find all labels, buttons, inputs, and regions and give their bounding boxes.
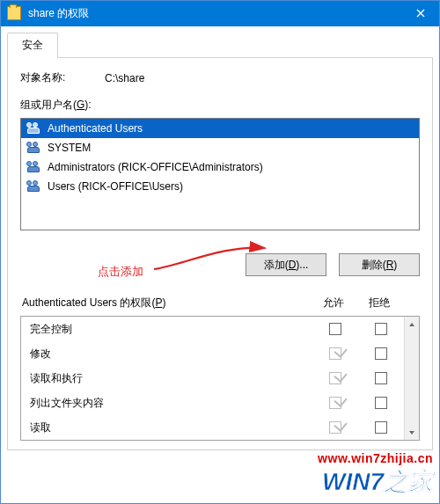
permission-row: 修改 xyxy=(21,341,404,366)
tab-strip: 安全 xyxy=(7,32,433,58)
tab-pane-security: 对象名称: C:\share 组或用户名(G): Authenticated U… xyxy=(7,58,433,450)
remove-button-pre: 删除( xyxy=(362,259,386,271)
list-item[interactable]: SYSTEM xyxy=(21,138,419,157)
list-item[interactable]: Authenticated Users xyxy=(21,119,419,138)
perm-title-post: ) xyxy=(162,296,165,309)
watermark-logo: WIN7之家 xyxy=(318,465,433,499)
object-name-label: 对象名称: xyxy=(20,70,105,85)
users-icon xyxy=(26,142,42,154)
allow-checkbox[interactable] xyxy=(329,372,341,384)
watermark: www.win7zhijia.cn WIN7之家 xyxy=(318,451,433,499)
permissions-scrollbar[interactable] xyxy=(404,317,419,440)
permission-row: 列出文件夹内容 xyxy=(21,391,404,415)
list-item-label: Administrators (RICK-OFFICE\Administrato… xyxy=(48,161,263,173)
permission-name: 列出文件夹内容 xyxy=(30,396,312,411)
scroll-down-button[interactable] xyxy=(405,425,419,440)
deny-checkbox[interactable] xyxy=(375,347,387,360)
add-button-post: )... xyxy=(296,259,308,271)
add-button-pre: 添加( xyxy=(264,259,289,271)
object-name-row: 对象名称: C:\share xyxy=(20,70,420,85)
chevron-down-icon xyxy=(408,429,415,436)
deny-checkbox[interactable] xyxy=(375,323,387,335)
scroll-track[interactable] xyxy=(405,332,419,425)
permission-row: 读取 xyxy=(21,415,404,440)
groups-listbox[interactable]: Authenticated UsersSYSTEMAdministrators … xyxy=(20,118,420,230)
object-name-value: C:\share xyxy=(105,72,144,84)
deny-checkbox[interactable] xyxy=(375,397,387,409)
list-item[interactable]: Administrators (RICK-OFFICE\Administrato… xyxy=(21,157,419,177)
permissions-list: 完全控制修改读取和执行列出文件夹内容读取 xyxy=(21,317,404,440)
allow-checkbox[interactable] xyxy=(329,421,341,434)
list-item-label: SYSTEM xyxy=(48,142,91,154)
list-item-label: Authenticated Users xyxy=(48,122,143,135)
groups-label-pre: 组或用户名( xyxy=(20,99,77,111)
chevron-up-icon xyxy=(408,321,415,328)
permissions-header: Authenticated Users 的权限(P) 允许 拒绝 xyxy=(22,296,418,310)
window-title: share 的权限 xyxy=(28,6,401,21)
permissions-box: 完全控制修改读取和执行列出文件夹内容读取 xyxy=(20,316,420,441)
users-icon xyxy=(26,122,42,135)
perm-title-pre: Authenticated Users 的权限( xyxy=(22,296,155,309)
remove-button-post: ) xyxy=(393,259,397,271)
close-icon xyxy=(416,9,425,18)
add-button[interactable]: 添加(D)... xyxy=(246,253,326,276)
allow-checkbox[interactable] xyxy=(329,323,341,335)
allow-checkbox[interactable] xyxy=(329,347,341,360)
users-icon xyxy=(26,180,42,193)
permission-name: 完全控制 xyxy=(30,322,312,337)
groups-label-post: ): xyxy=(84,99,91,111)
users-icon xyxy=(26,161,42,173)
groups-label-hotkey: G xyxy=(77,99,84,111)
list-item[interactable]: Users (RICK-OFFICE\Users) xyxy=(21,177,419,196)
column-deny: 拒绝 xyxy=(356,296,402,310)
close-button[interactable] xyxy=(401,0,440,26)
permission-row: 完全控制 xyxy=(21,317,404,341)
allow-checkbox[interactable] xyxy=(329,397,341,409)
groups-label: 组或用户名(G): xyxy=(20,98,420,113)
deny-checkbox[interactable] xyxy=(375,421,387,434)
permission-name: 读取和执行 xyxy=(30,371,312,386)
tab-security[interactable]: 安全 xyxy=(7,33,58,58)
deny-checkbox[interactable] xyxy=(375,372,387,384)
remove-button[interactable]: 删除(R) xyxy=(339,253,420,276)
column-allow: 允许 xyxy=(311,296,356,310)
scroll-up-button[interactable] xyxy=(405,317,419,332)
titlebar: share 的权限 xyxy=(0,0,440,26)
folder-icon xyxy=(7,6,21,20)
permission-row: 读取和执行 xyxy=(21,366,404,391)
list-item-label: Users (RICK-OFFICE\Users) xyxy=(48,180,183,193)
annotation-hint: 点击添加 xyxy=(98,264,143,280)
permission-name: 读取 xyxy=(30,420,312,435)
permission-name: 修改 xyxy=(30,347,312,362)
